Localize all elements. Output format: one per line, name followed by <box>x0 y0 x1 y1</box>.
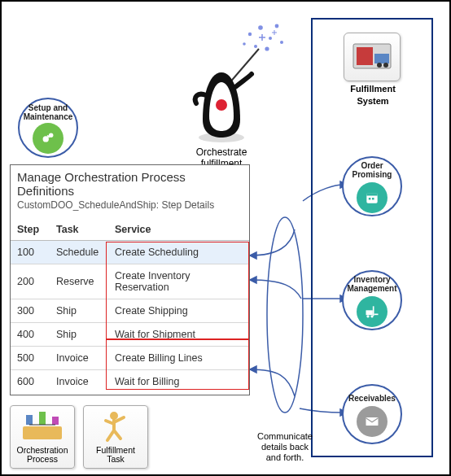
svg-rect-26 <box>369 198 371 200</box>
svg-rect-27 <box>372 198 374 200</box>
inventory-mgmt-l2: Management <box>347 284 396 293</box>
cell-task: Invoice <box>50 370 108 394</box>
svg-rect-29 <box>373 306 374 316</box>
table-row: 500InvoiceCreate Billing Lines <box>11 347 249 370</box>
table-row: 100ScheduleCreate Scheduling <box>11 241 249 264</box>
cell-service: Wait for Shipment <box>108 323 249 347</box>
table-row: 200ReserveCreate Inventory Reservation <box>11 264 249 299</box>
truck-dock-icon <box>350 39 394 75</box>
ftask-card-l2: Task <box>107 454 125 464</box>
svg-point-2 <box>269 37 272 40</box>
orchestration-process-icon <box>20 409 65 444</box>
svg-rect-34 <box>23 426 62 439</box>
diagram-canvas: Setup and Maintenance Orchestrate fulfil… <box>0 0 451 476</box>
receivables-l1: Receivables <box>347 392 397 404</box>
receivables-node: Receivables <box>342 384 402 444</box>
fulfillment-system-label-l1: Fulfillment <box>344 84 402 94</box>
cell-step: 500 <box>11 347 50 370</box>
comm-l2: details back <box>261 442 309 452</box>
svg-marker-12 <box>250 366 256 373</box>
svg-point-32 <box>370 315 373 317</box>
inventory-mgmt-l1: Inventory <box>353 275 390 284</box>
table-row: 300ShipCreate Shipping <box>11 299 249 323</box>
svg-rect-37 <box>52 417 59 425</box>
table-row: 400ShipWait for Shipment <box>11 323 249 347</box>
order-promising-node: OrderPromising <box>342 156 402 216</box>
process-definitions-panel: Manage Orchestration Process Definitions… <box>10 164 250 395</box>
envelope-icon <box>357 406 388 437</box>
cell-step: 100 <box>11 241 50 264</box>
ftask-card-l1: Fulfillment <box>96 445 135 455</box>
fulfillment-system-label-l2: System <box>344 96 402 106</box>
svg-marker-10 <box>250 277 256 283</box>
fulfillment-task-card: FulfillmentTask <box>83 405 148 469</box>
svg-point-18 <box>216 99 227 111</box>
calendar-icon <box>357 182 388 213</box>
svg-point-5 <box>265 46 269 50</box>
orchestrate-figure: Orchestrate fulfillment <box>185 63 258 170</box>
svg-point-7 <box>243 42 246 46</box>
cell-step: 400 <box>11 323 50 347</box>
communication-ellipse-icon <box>267 217 303 413</box>
fulfillment-system-box <box>344 33 401 81</box>
svg-rect-33 <box>366 417 379 426</box>
fulfillment-system-node: Fulfillment System <box>344 33 402 106</box>
steps-table: Step Task Service 100ScheduleCreate Sche… <box>11 219 249 393</box>
svg-point-1 <box>258 25 263 30</box>
svg-rect-35 <box>26 415 33 425</box>
cell-step: 200 <box>11 264 50 299</box>
order-promising-l2: Promising <box>352 170 392 179</box>
orch-card-l1: Orchestration <box>16 445 68 455</box>
cell-service: Create Billing Lines <box>108 347 249 370</box>
svg-rect-36 <box>39 412 46 425</box>
comm-l1: Communicate <box>257 431 313 441</box>
col-task: Task <box>50 219 108 241</box>
cell-service: Create Inventory Reservation <box>108 264 249 299</box>
inventory-management-node: InventoryManagement <box>342 270 402 330</box>
col-service: Service <box>108 219 249 241</box>
svg-point-14 <box>43 136 49 142</box>
order-promising-l1: Order <box>361 161 383 170</box>
svg-point-4 <box>254 45 257 48</box>
cell-task: Ship <box>50 323 108 347</box>
gears-icon <box>33 123 63 154</box>
cell-step: 300 <box>11 299 50 323</box>
cell-task: Invoice <box>50 347 108 370</box>
cell-service: Wait for Billing <box>108 370 249 394</box>
setup-label: Setup and Maintenance <box>20 102 77 123</box>
cell-task: Reserve <box>50 264 108 299</box>
comm-l3: and forth. <box>266 452 304 462</box>
svg-rect-28 <box>366 310 373 315</box>
svg-point-31 <box>366 315 369 317</box>
svg-rect-21 <box>374 54 389 63</box>
forklift-icon <box>357 296 388 327</box>
cell-task: Ship <box>50 299 108 323</box>
cell-service: Create Shipping <box>108 299 249 323</box>
orchestration-process-card: OrchestrationProcess <box>10 405 75 469</box>
duke-mascot-icon <box>185 63 258 144</box>
sparkle-icon <box>243 24 283 51</box>
cell-service: Create Scheduling <box>108 241 249 264</box>
orchestrate-label-l1: Orchestrate <box>185 147 258 159</box>
cell-task: Schedule <box>50 241 108 264</box>
setup-maintenance-node: Setup and Maintenance <box>18 98 78 158</box>
svg-rect-25 <box>366 193 377 195</box>
panel-title: Manage Orchestration Process Definitions <box>11 165 249 199</box>
svg-point-3 <box>275 24 279 28</box>
svg-point-23 <box>383 63 388 68</box>
svg-rect-20 <box>357 47 373 65</box>
panel-subtitle: CustomDOO_ScheduleAndShip: Step Details <box>11 199 249 219</box>
col-step: Step <box>11 219 50 241</box>
svg-point-0 <box>248 33 252 36</box>
communicate-caption: Communicate details back and forth. <box>244 431 326 464</box>
svg-point-22 <box>377 63 382 68</box>
cell-step: 600 <box>11 370 50 394</box>
svg-marker-8 <box>250 252 256 259</box>
svg-rect-30 <box>374 314 379 316</box>
orch-card-l2: Process <box>27 454 58 464</box>
fulfillment-task-icon <box>93 409 138 444</box>
svg-point-6 <box>280 41 283 44</box>
table-row: 600InvoiceWait for Billing <box>11 370 249 394</box>
